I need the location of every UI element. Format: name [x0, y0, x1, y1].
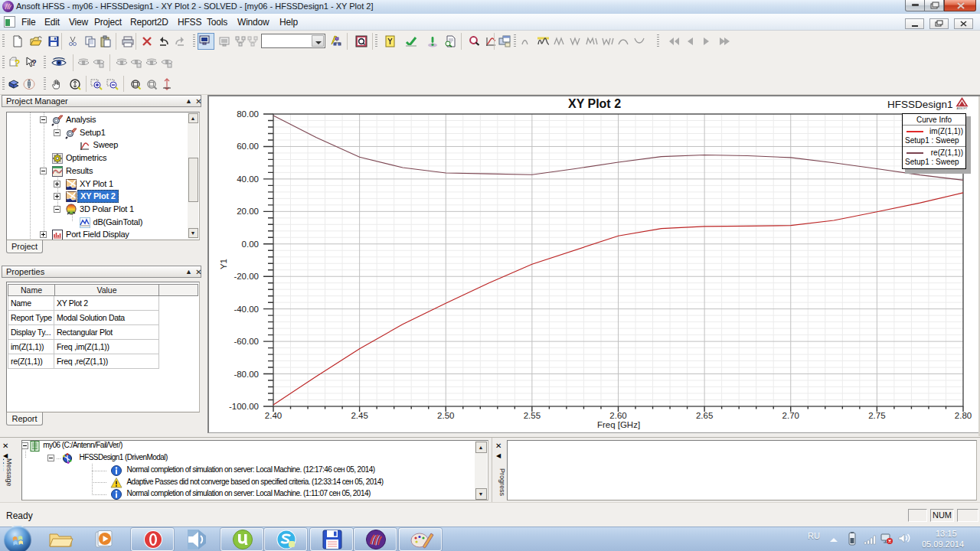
svg-text:ANSOFT: ANSOFT: [957, 107, 968, 110]
svg-text:20.00: 20.00: [237, 207, 259, 216]
svg-text:?: ?: [15, 58, 20, 69]
svg-text:2.70: 2.70: [782, 411, 799, 420]
svg-text:Y1: Y1: [219, 259, 228, 269]
svg-text:-60.00: -60.00: [234, 337, 259, 346]
svg-text:-100.00: -100.00: [229, 402, 259, 411]
svg-text:0.00: 0.00: [242, 240, 259, 249]
svg-text:Freq [GHz]: Freq [GHz]: [597, 420, 640, 429]
svg-text:-40.00: -40.00: [234, 305, 259, 314]
svg-text:2.65: 2.65: [696, 411, 713, 420]
svg-text:2.60: 2.60: [609, 411, 626, 420]
svg-text:2.45: 2.45: [351, 411, 368, 420]
svg-text:2.75: 2.75: [868, 411, 885, 420]
svg-text:2.50: 2.50: [437, 411, 454, 420]
svg-text:2.80: 2.80: [955, 411, 972, 420]
svg-text:-20.00: -20.00: [234, 272, 259, 281]
svg-text:40.00: 40.00: [237, 174, 259, 184]
svg-text:60.00: 60.00: [237, 142, 259, 151]
svg-text:2.55: 2.55: [524, 411, 541, 420]
svg-text:?: ?: [31, 58, 37, 67]
svg-text:-80.00: -80.00: [234, 370, 259, 379]
svg-text:2.40: 2.40: [265, 411, 282, 420]
